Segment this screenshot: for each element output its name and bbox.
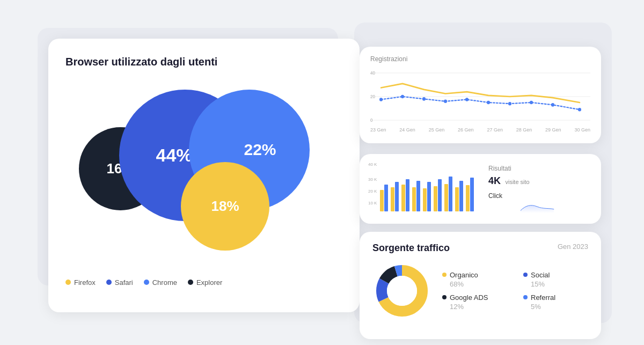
legend-chrome: Chrome: [144, 278, 177, 287]
svg-point-8: [422, 97, 426, 101]
svg-text:0: 0: [370, 117, 373, 122]
stat-google-ads: Google ADS 12%: [442, 293, 507, 311]
svg-rect-25: [406, 179, 409, 211]
firefox-circle: 18%: [181, 162, 269, 251]
risultati-value-row: 4K visite sito: [488, 175, 586, 187]
browser-card-title: Browser utilizzato dagli utenti: [65, 56, 342, 68]
browser-card: Browser utilizzato dagli utenti 16% 44% …: [48, 39, 360, 312]
legend-safari-label: Safari: [115, 278, 133, 287]
registrazioni-card: Registrazioni 40 20 0: [360, 47, 601, 143]
svg-rect-31: [438, 179, 442, 211]
svg-rect-28: [423, 188, 427, 211]
svg-point-10: [465, 98, 469, 101]
svg-rect-36: [466, 185, 470, 211]
firefox-label: 18%: [211, 198, 239, 215]
legend-explorer: Explorer: [188, 278, 222, 287]
sorgente-date: Gen 2023: [558, 243, 588, 251]
svg-rect-32: [444, 184, 448, 211]
line-chart: 40 20 0: [370, 67, 590, 126]
svg-rect-24: [401, 185, 405, 211]
svg-rect-23: [395, 182, 399, 211]
browser-legend: Firefox Safari Chrome Explorer: [65, 278, 342, 287]
x-axis-labels: 23 Gen 24 Gen 25 Gen 26 Gen 27 Gen 28 Ge…: [370, 127, 590, 133]
stat-referral: Referral 5%: [523, 293, 588, 311]
stat-organico: Organico 68%: [442, 271, 507, 288]
safari-dot: [106, 280, 112, 285]
legend-chrome-label: Chrome: [152, 278, 177, 287]
registrazioni-title: Registrazioni: [370, 55, 590, 63]
social-value: 15%: [531, 280, 588, 288]
legend-firefox: Firefox: [65, 278, 96, 287]
referral-dot: [523, 295, 528, 299]
svg-rect-21: [384, 185, 388, 211]
svg-rect-35: [459, 181, 463, 211]
social-label: Social: [531, 271, 550, 279]
svg-point-42: [387, 276, 417, 306]
svg-text:10 K: 10 K: [368, 201, 377, 205]
bar-chart: 40 K 30 K 20 K 10 K: [368, 160, 475, 214]
svg-rect-20: [380, 190, 384, 211]
click-label: Click: [488, 192, 502, 200]
google-ads-label: Google ADS: [450, 293, 488, 302]
explorer-dot: [188, 280, 193, 285]
sorgente-content: Organico 68% Social 15% Google ADS: [372, 261, 588, 320]
svg-point-14: [551, 103, 554, 107]
svg-rect-26: [412, 187, 416, 211]
click-curve-svg: [488, 203, 586, 213]
sorgente-title: Sorgente traffico: [372, 243, 450, 254]
svg-rect-29: [427, 182, 431, 211]
svg-text:20 K: 20 K: [368, 189, 377, 194]
svg-point-9: [444, 99, 447, 103]
safari-label: 44%: [156, 145, 192, 166]
svg-text:40 K: 40 K: [368, 162, 377, 167]
svg-text:40: 40: [370, 70, 375, 75]
svg-point-7: [401, 94, 404, 98]
chrome-dot: [144, 280, 149, 285]
social-dot: [523, 273, 528, 277]
venn-diagram: 16% 44% 22% 18%: [65, 79, 342, 272]
sorgente-card: Sorgente traffico Gen 2023: [360, 232, 601, 339]
legend-safari: Safari: [106, 278, 133, 287]
legend-firefox-label: Firefox: [74, 278, 96, 287]
svg-point-6: [379, 98, 383, 101]
svg-point-15: [578, 107, 581, 111]
google-ads-value: 12%: [450, 303, 507, 311]
svg-rect-30: [434, 186, 437, 211]
organico-value: 68%: [450, 280, 507, 288]
google-ads-dot: [442, 295, 447, 299]
svg-rect-22: [391, 187, 394, 211]
svg-point-12: [508, 101, 511, 105]
svg-text:30 K: 30 K: [368, 177, 377, 182]
svg-rect-37: [470, 178, 474, 211]
risultati-title: Risultati: [488, 165, 586, 172]
svg-point-13: [530, 100, 533, 104]
dashboard-container: Browser utilizzato dagli utenti 16% 44% …: [27, 17, 617, 328]
svg-text:20: 20: [370, 93, 375, 99]
sorgente-stats: Organico 68% Social 15% Google ADS: [442, 271, 588, 311]
sorgente-header: Sorgente traffico Gen 2023: [372, 243, 588, 254]
donut-chart: [372, 261, 431, 320]
stat-social: Social 15%: [523, 271, 588, 288]
svg-rect-33: [449, 177, 452, 211]
svg-rect-34: [455, 187, 459, 211]
organico-label: Organico: [450, 271, 478, 279]
organico-dot: [442, 273, 447, 277]
risultati-value: 4K: [488, 175, 501, 186]
risultati-card: 40 K 30 K 20 K 10 K: [360, 154, 601, 224]
svg-point-11: [487, 100, 490, 104]
svg-rect-27: [416, 181, 420, 211]
risultati-sub-label: visite sito: [505, 179, 529, 185]
click-label-row: Click: [488, 192, 586, 200]
legend-explorer-label: Explorer: [196, 278, 222, 287]
chrome-label: 22%: [244, 141, 276, 159]
risultati-legend: Risultati 4K visite sito Click: [482, 160, 592, 217]
firefox-dot: [65, 280, 71, 285]
referral-value: 5%: [531, 303, 588, 311]
referral-label: Referral: [531, 293, 555, 302]
